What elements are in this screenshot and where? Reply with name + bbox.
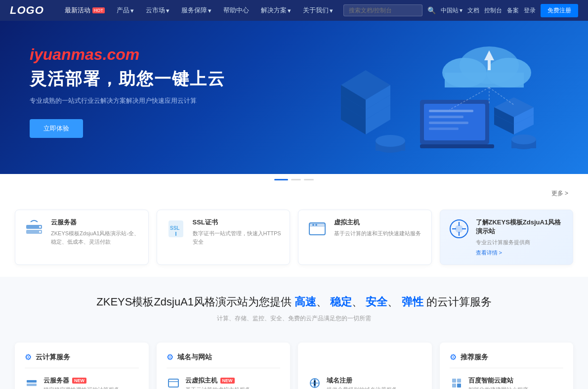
divider-section: ZKEYS模板ZdsjuA1风格演示站为您提供 高速、 稳定、 安全、 弹性 的… [0,277,588,333]
nav-links: 最新活动 HOT 产品 ▾ 云市场 ▾ 服务保障 ▾ 帮助中心 解决方案 ▾ 关… [59,0,343,21]
bottom-card-cloud-compute-header: ⚙ 云计算服务 [25,352,139,368]
domain-register-icon [308,376,322,389]
ssl-icon: SSL [165,218,187,240]
hero-title: 灵活部署，助您一键上云 [30,68,311,90]
hero-cta-button[interactable]: 立即体验 [30,119,83,138]
baidu-site-icon [450,376,463,389]
service-card-virtual-host[interactable]: 虚拟主机 基于云计算的速和王钧快速建站服务 [298,210,432,265]
nav-item-marketplace[interactable]: 云市场 ▾ [140,0,175,21]
register-button[interactable]: 免费注册 [541,4,578,17]
service-card-template-link[interactable]: 查看详情 > [476,249,565,257]
carousel-dot-2[interactable] [291,179,301,180]
svg-rect-48 [27,380,37,383]
svg-point-39 [39,231,41,233]
nav-docs[interactable]: 文档 [467,6,479,15]
logo[interactable]: LOGO [10,4,44,17]
svg-rect-57 [452,384,456,388]
divider-title: ZKEYS模板ZdsjuA1风格演示站为您提供 高速、 稳定、 安全、 弹性 的… [20,295,568,309]
bottom-card-domain-title: 域名与网站 [177,353,212,362]
bottom-card-item-cloud-server[interactable]: 云服务器 NEW 稳定稳定弹性弹性可的计算服务 [25,376,139,389]
domain-register-item-text: 域名注册 提供全量级别的域名注册服务 [327,376,397,389]
bottom-card-item-domain-register[interactable]: 域名注册 提供全量级别的域名注册服务 [308,376,422,389]
bottom-card-recommended-header: ⚙ 推荐服务 [450,352,564,368]
svg-rect-18 [429,116,463,118]
bottom-card-recommended-title: 推荐服务 [461,353,488,362]
bottom-card-domain-website: ⚙ 域名与网站 云虚拟主机 NEW 基于云计算的虚拟主机服务 网站备案 免费、快… [157,343,291,389]
bottom-card-domain-cdn: ⚙ placeholder 域名注册 提供全量级别的域名注册服务 CDN加速 智… [298,343,432,389]
nav-item-service[interactable]: 服务保障 ▾ [175,0,217,21]
search-input[interactable] [343,4,422,16]
gear-icon-recommended: ⚙ [450,352,457,362]
hero-subtitle: 专业成熟的一站式行业云解决方案解决用户快速应用云计算 [30,96,311,105]
svg-rect-3 [445,73,524,87]
highlight-speed: 高速 [294,296,316,308]
nav-item-help[interactable]: 帮助中心 [217,0,255,21]
svg-rect-56 [457,379,461,383]
bottom-card-cloud-compute-title: 云计算服务 [36,353,70,362]
divider-subtitle: 计算、存储、监控、安全、免费的云产品满足您的一切所需 [20,314,568,323]
nav-item-events[interactable]: 最新活动 HOT [59,0,111,21]
cloud-server-item-text: 云服务器 NEW 稳定稳定弹性弹性可的计算服务 [43,376,120,389]
svg-point-38 [39,226,41,228]
region-selector[interactable]: 中国站▾ [441,6,462,15]
service-card-cloud-server-desc: ZKEYS模板ZdsjuA1风格演示站-全、稳定、低成本、灵活付款 [51,229,140,246]
svg-rect-16 [420,144,494,148]
svg-point-47 [455,225,463,233]
new-badge-cloud-server: NEW [72,378,86,384]
svg-rect-49 [27,384,37,386]
service-card-ssl-desc: 数字证书一站式管理，快速入HTTPS安全 [193,229,282,246]
highlight-elastic: 弹性 [402,296,423,308]
more-link[interactable]: 更多 > [0,185,588,202]
search-icon[interactable]: 🔍 [427,6,436,14]
svg-point-32 [511,134,536,144]
nav-filing[interactable]: 备案 [507,6,519,15]
svg-point-44 [312,224,314,226]
svg-rect-17 [429,110,473,112]
nav-item-products[interactable]: 产品 ▾ [111,0,140,21]
service-card-cloud-server-body: 云服务器 ZKEYS模板ZdsjuA1风格演示站-全、稳定、低成本、灵活付款 [51,218,140,246]
bottom-card-item-baidu-site[interactable]: 百度智能云建站 智能化构建建网站小程序 [450,376,564,389]
service-cards-row: 云服务器 ZKEYS模板ZdsjuA1风格演示站-全、稳定、低成本、灵活付款 S… [0,202,588,277]
hot-badge: HOT [92,7,105,13]
nav-login[interactable]: 登录 [524,6,536,15]
navbar: LOGO 最新活动 HOT 产品 ▾ 云市场 ▾ 服务保障 ▾ 帮助中心 解决方… [0,0,588,21]
bottom-section: ⚙ 云计算服务 云服务器 NEW 稳定稳定弹性弹性可的计算服务 负载均衡 轻松应… [0,333,588,389]
bottom-card-domain-header: ⚙ 域名与网站 [167,352,281,368]
bottom-card-cloud-compute: ⚙ 云计算服务 云服务器 NEW 稳定稳定弹性弹性可的计算服务 负载均衡 轻松应… [15,343,149,389]
svg-point-45 [315,224,317,226]
nav-item-solutions[interactable]: 解决方案 ▾ [255,0,297,21]
svg-line-35 [489,87,514,105]
service-card-ssl-title: SSL证书 [193,218,282,227]
carousel-dot-1[interactable] [274,179,288,180]
svg-rect-58 [457,384,461,388]
highlight-stable: 稳定 [330,296,352,308]
hero-brand: iyuanmas.com [30,45,311,64]
nav-console[interactable]: 控制台 [484,6,502,15]
svg-text:SSL: SSL [170,225,179,231]
gear-icon-compute: ⚙ [25,352,32,362]
hero-section: iyuanmas.com 灵活部署，助您一键上云 专业成熟的一站式行业云解决方案… [0,21,588,174]
gear-icon-domain: ⚙ [167,352,173,362]
cloud-server-icon [23,218,45,240]
virtual-host-item-text: 云虚拟主机 NEW 基于云计算的虚拟主机服务 [185,376,251,389]
virtual-host-icon [306,218,328,240]
service-card-ssl-body: SSL证书 数字证书一站式管理，快速入HTTPS安全 [193,218,282,246]
hero-content: iyuanmas.com 灵活部署，助您一键上云 专业成熟的一站式行业云解决方案… [30,41,311,138]
carousel-dot-3[interactable] [304,179,314,180]
service-card-template-body: 了解ZKEYS模板ZdsjuA1风格演示站 专业云计算服务提供商 查看详情 > [476,218,565,257]
service-card-virtual-host-title: 虚拟主机 [334,218,421,227]
nav-right: 🔍 中国站▾ 文档 控制台 备案 登录 免费注册 [343,4,578,17]
bottom-card-item-virtual-host[interactable]: 云虚拟主机 NEW 基于云计算的虚拟主机服务 [167,376,281,389]
svg-point-29 [376,135,405,147]
service-card-template-desc: 专业云计算服务提供商 [476,238,565,247]
hero-illustration [311,36,558,164]
service-card-virtual-host-body: 虚拟主机 基于云计算的速和王钧快速建站服务 [334,218,421,238]
service-card-template[interactable]: 了解ZKEYS模板ZdsjuA1风格演示站 专业云计算服务提供商 查看详情 > [440,210,574,265]
new-badge-virtual-host: NEW [220,378,235,384]
nav-item-about[interactable]: 关于我们 ▾ [297,0,339,21]
service-card-ssl[interactable]: SSL SSL证书 数字证书一站式管理，快速入HTTPS安全 [157,210,291,265]
virtual-host-item-icon [167,376,180,389]
service-card-cloud-server[interactable]: 云服务器 ZKEYS模板ZdsjuA1风格演示站-全、稳定、低成本、灵活付款 [15,210,149,265]
svg-rect-19 [429,122,468,124]
highlight-secure: 安全 [366,296,387,308]
